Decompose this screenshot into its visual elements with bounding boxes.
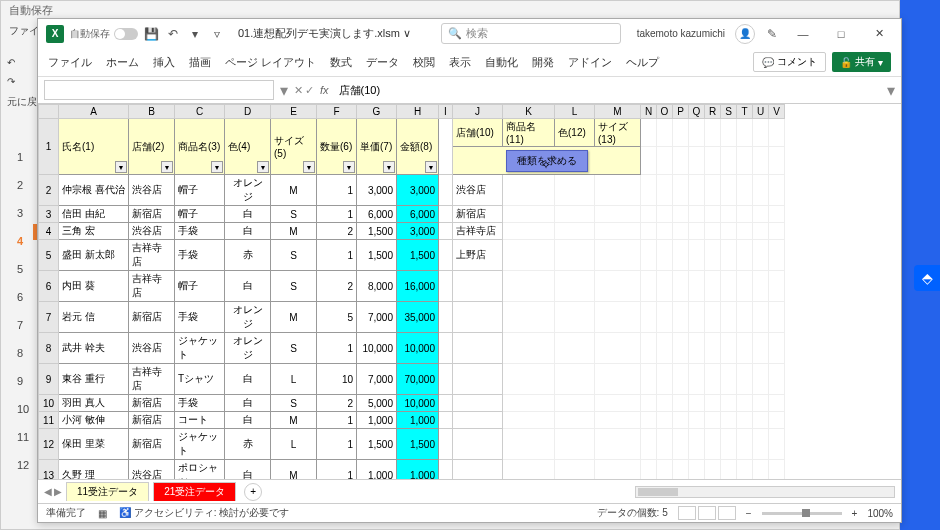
row-header[interactable]: 3 [39,206,59,223]
tab-insert[interactable]: 挿入 [153,55,175,70]
close-button[interactable]: ✕ [865,24,893,44]
row-header[interactable]: 11 [39,412,59,429]
row-header[interactable]: 7 [39,302,59,333]
cell[interactable]: 渋谷店 [129,333,175,364]
cell[interactable]: 新宿店 [453,206,503,223]
cell[interactable]: ジャケット [175,333,225,364]
col-header[interactable]: R [705,105,721,119]
zoom-level[interactable]: 100% [867,508,893,519]
cell[interactable]: オレンジ [225,175,271,206]
cell[interactable]: 新宿店 [129,412,175,429]
filter-icon[interactable]: ▼ [343,161,355,173]
cell[interactable]: 吉祥寺店 [129,271,175,302]
cell[interactable]: 1,500 [357,240,397,271]
cell[interactable]: L [271,364,317,395]
cell[interactable]: 赤 [225,429,271,460]
cell[interactable]: L [271,429,317,460]
cell[interactable]: コート [175,412,225,429]
col-header[interactable]: I [439,105,453,119]
cell[interactable]: 帽子 [175,175,225,206]
cell[interactable]: ジャケット [175,429,225,460]
tab-formulas[interactable]: 数式 [330,55,352,70]
cell[interactable]: 1,500 [397,240,439,271]
cell[interactable]: 2 [317,271,357,302]
cell[interactable]: 久野 理 [59,460,129,480]
cell[interactable] [453,429,503,460]
cell[interactable]: 1,500 [357,223,397,240]
cell[interactable]: 吉祥寺店 [129,240,175,271]
cell[interactable] [453,271,503,302]
col-header[interactable]: P [673,105,689,119]
cell[interactable]: 白 [225,206,271,223]
cell[interactable]: 東谷 重行 [59,364,129,395]
cell[interactable]: M [271,460,317,480]
col-header[interactable]: V [769,105,785,119]
col-header[interactable]: E [271,105,317,119]
sheet-tab-2[interactable]: 21受注データ [153,482,236,501]
col-header[interactable]: M [595,105,641,119]
tab-draw[interactable]: 描画 [189,55,211,70]
name-box[interactable] [44,80,274,100]
cell[interactable]: M [271,412,317,429]
table-header[interactable]: 数量(6)▼ [317,119,357,175]
cell[interactable] [453,395,503,412]
cell[interactable]: 1,000 [397,412,439,429]
col-header[interactable]: C [175,105,225,119]
lookup-header[interactable]: 商品名(11) [503,119,555,147]
col-header[interactable]: K [503,105,555,119]
cell[interactable]: 3,000 [397,223,439,240]
table-header[interactable]: 金額(8)▼ [397,119,439,175]
filter-icon[interactable]: ▼ [425,161,437,173]
table-header[interactable]: 色(4)▼ [225,119,271,175]
cell[interactable]: 武井 幹夫 [59,333,129,364]
cell[interactable]: 渋谷店 [129,223,175,240]
table-header[interactable]: 氏名(1)▼ [59,119,129,175]
cell[interactable]: 2 [317,395,357,412]
cell[interactable]: 小河 敏伸 [59,412,129,429]
autosave-toggle[interactable] [114,28,138,40]
cell[interactable]: 10,000 [397,395,439,412]
dropbox-icon[interactable]: ⬘ [914,265,940,291]
filter-icon[interactable]: ▼ [211,161,223,173]
cell[interactable]: 1 [317,240,357,271]
row-header[interactable]: 8 [39,333,59,364]
cell[interactable]: 2 [317,223,357,240]
tab-review[interactable]: 校閲 [413,55,435,70]
autosave[interactable]: 自動保存 [70,27,138,41]
cell[interactable] [453,460,503,480]
col-header[interactable]: F [317,105,357,119]
zoom-slider[interactable] [762,512,842,515]
filter-icon[interactable]: ▼ [303,161,315,173]
fx-icon[interactable]: fx [320,84,329,96]
cell[interactable]: S [271,271,317,302]
tab-home[interactable]: ホーム [106,55,139,70]
share-button[interactable]: 🔓 共有 ▾ [832,52,891,72]
cell[interactable]: 保田 里菜 [59,429,129,460]
col-header[interactable]: S [721,105,737,119]
cell[interactable]: 帽子 [175,271,225,302]
qat-more-icon[interactable]: ▾ [188,27,202,41]
cell[interactable]: 盛田 新太郎 [59,240,129,271]
cell[interactable]: 1,500 [357,429,397,460]
cell[interactable]: 羽田 真人 [59,395,129,412]
col-header[interactable]: T [737,105,753,119]
cell[interactable]: 新宿店 [129,206,175,223]
cell[interactable]: 新宿店 [129,395,175,412]
lookup-header[interactable]: サイズ(13) [595,119,641,147]
cell[interactable]: 8,000 [357,271,397,302]
col-header[interactable]: N [641,105,657,119]
row-header[interactable]: 1 [39,119,59,175]
cell[interactable]: 1 [317,206,357,223]
cell[interactable]: 6,000 [397,206,439,223]
cell[interactable]: 白 [225,271,271,302]
cell[interactable]: 新宿店 [129,302,175,333]
cell[interactable]: 白 [225,395,271,412]
cell[interactable]: 1 [317,460,357,480]
view-buttons[interactable] [678,506,736,520]
cell[interactable]: 7,000 [357,364,397,395]
cell[interactable]: 1 [317,175,357,206]
tab-developer[interactable]: 開発 [532,55,554,70]
cell[interactable]: 帽子 [175,206,225,223]
minimize-button[interactable]: — [789,24,817,44]
cell[interactable]: オレンジ [225,302,271,333]
